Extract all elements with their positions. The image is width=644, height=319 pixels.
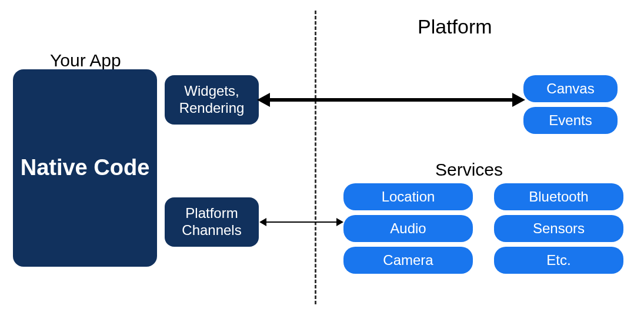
widgets-rendering-box: Widgets, Rendering — [165, 75, 259, 125]
bidirectional-arrow-thick — [262, 94, 520, 106]
canvas-label: Canvas — [546, 80, 594, 97]
service-audio-label: Audio — [390, 220, 426, 237]
events-pill: Events — [523, 107, 618, 134]
service-etc-label: Etc. — [546, 252, 570, 268]
service-camera-pill: Camera — [343, 247, 473, 274]
service-audio-pill: Audio — [343, 215, 473, 242]
native-code-box: Native Code — [13, 69, 157, 267]
widgets-rendering-label: Widgets, Rendering — [174, 83, 249, 117]
service-location-label: Location — [382, 189, 435, 205]
canvas-pill: Canvas — [523, 75, 618, 102]
service-bluetooth-label: Bluetooth — [529, 189, 588, 205]
platform-channels-box: Platform Channels — [165, 197, 259, 247]
service-location-pill: Location — [343, 183, 473, 210]
service-sensors-label: Sensors — [533, 220, 585, 237]
native-code-label: Native Code — [21, 155, 150, 181]
service-bluetooth-pill: Bluetooth — [494, 183, 623, 210]
services-heading: Services — [435, 160, 503, 180]
platform-heading: Platform — [418, 15, 492, 38]
service-camera-label: Camera — [383, 252, 433, 268]
divider-line — [315, 11, 316, 304]
bidirectional-arrow-thin — [262, 218, 341, 226]
platform-channels-label: Platform Channels — [174, 205, 249, 239]
your-app-heading: Your App — [50, 51, 121, 70]
service-sensors-pill: Sensors — [494, 215, 623, 242]
service-etc-pill: Etc. — [494, 247, 623, 274]
events-label: Events — [549, 112, 592, 129]
